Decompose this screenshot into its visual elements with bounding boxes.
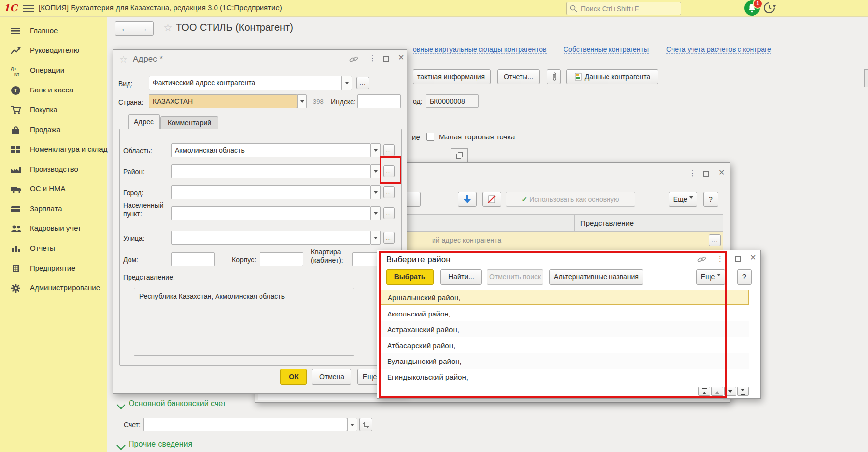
code-field[interactable]: БК0000008 (426, 94, 479, 108)
collapsed-panel-edge[interactable] (864, 69, 868, 87)
sidebar-item-zarplata[interactable]: Зарплата (0, 200, 107, 219)
reports-button[interactable]: Отчеты... (497, 69, 540, 84)
sidebar-item-administrirovanie[interactable]: Администрирование (0, 279, 107, 298)
link-settlement-accounts[interactable]: Счета учета расчетов с контраге (666, 45, 771, 54)
maximize-icon[interactable] (703, 171, 709, 177)
chevron-down-icon[interactable] (116, 400, 125, 409)
kind-dropdown-button[interactable] (342, 76, 352, 90)
sidebar-item-kadrovyj-uchet[interactable]: Кадровый учет (0, 220, 107, 238)
district-ellipsis-button[interactable]: ... (383, 165, 395, 177)
other-info-section-title[interactable]: Прочие сведения (129, 440, 192, 449)
scroll-down-button[interactable] (724, 387, 736, 396)
street-ellipsis-button[interactable]: ... (383, 232, 395, 244)
country-field[interactable]: КАЗАХСТАН (149, 94, 297, 108)
street-dropdown-button[interactable] (371, 231, 381, 245)
city-ellipsis-button[interactable]: ... (383, 186, 395, 198)
kind-ellipsis-button[interactable]: ... (356, 77, 369, 89)
row-ellipsis-button[interactable]: ... (709, 234, 721, 246)
alternative-names-button[interactable]: Альтернативные названия (549, 269, 643, 285)
global-search[interactable] (566, 2, 681, 15)
street-field[interactable] (171, 231, 371, 245)
list-item[interactable]: Атбасарский район, (379, 337, 749, 354)
district-help-button[interactable]: ? (737, 269, 752, 285)
district-field[interactable] (171, 164, 371, 178)
cancel-button[interactable]: Отмена (312, 369, 351, 385)
notifications-button[interactable]: 1 (744, 0, 760, 16)
sidebar-item-glavnoe[interactable]: Главное (0, 22, 107, 41)
list-item[interactable]: Астраханский район, (379, 321, 749, 338)
contact-help-button[interactable]: ? (703, 192, 718, 207)
region-field[interactable]: Акмолинская область (171, 143, 371, 157)
move-down-button[interactable] (458, 192, 477, 207)
close-icon[interactable]: ✕ (718, 169, 725, 177)
counterparty-data-button[interactable]: Данные контрагента (566, 69, 658, 84)
settlement-dropdown-button[interactable] (371, 206, 381, 220)
settlement-ellipsis-button[interactable]: ... (383, 207, 395, 219)
account-open-button[interactable] (359, 418, 372, 431)
sidebar-item-bank-i-kassa[interactable]: Т Банк и касса (0, 81, 107, 100)
sidebar-item-os-i-nma[interactable]: ОС и НМА (0, 180, 107, 199)
close-icon[interactable]: ✕ (750, 254, 756, 262)
favorite-star-icon[interactable]: ☆ (163, 22, 173, 34)
link-own-counterparties[interactable]: Собственные контрагенты (564, 45, 649, 54)
find-button[interactable]: Найти... (440, 269, 482, 285)
contact-info-button[interactable]: тактная информация (413, 69, 491, 84)
sidebar-item-rukovoditelyu[interactable]: Руководителю (0, 42, 107, 60)
ok-button[interactable]: ОК (280, 369, 307, 385)
city-field[interactable] (171, 185, 371, 199)
maximize-icon[interactable] (383, 56, 389, 62)
close-icon[interactable]: ✕ (398, 54, 404, 62)
window-menu-icon[interactable]: ⋮ (716, 254, 724, 263)
window-menu-icon[interactable]: ⋮ (369, 54, 376, 63)
attachments-button[interactable] (547, 69, 561, 84)
cancel-edit-button[interactable] (482, 192, 501, 207)
sidebar-item-pokupka[interactable]: Покупка (0, 101, 107, 120)
region-ellipsis-button[interactable]: ... (383, 144, 395, 156)
country-dropdown-button[interactable] (297, 94, 307, 108)
list-item[interactable]: Буландынский район, (379, 353, 749, 369)
cancel-search-button[interactable]: Отменить поиск (487, 269, 543, 285)
small-trade-point-checkbox[interactable] (426, 133, 434, 141)
list-item[interactable]: Аршалынский район, (379, 290, 749, 305)
tab-address[interactable]: Адрес (128, 114, 160, 129)
city-dropdown-button[interactable] (371, 185, 381, 199)
link-icon[interactable] (349, 55, 358, 64)
sidebar-item-otchety[interactable]: Отчеты (0, 239, 107, 258)
tab-comment[interactable]: Комментарий (160, 116, 218, 129)
link-icon[interactable] (697, 255, 706, 264)
region-dropdown-button[interactable] (371, 143, 381, 157)
select-button[interactable]: Выбрать (386, 269, 434, 285)
list-item[interactable]: Аккольский район, (379, 306, 749, 322)
contact-more-button[interactable]: Еще (669, 192, 697, 207)
district-more-button[interactable]: Еще (696, 269, 725, 285)
maximize-icon[interactable] (735, 256, 741, 262)
detached-tab[interactable] (451, 148, 468, 163)
forward-button[interactable]: → (134, 21, 154, 36)
sidebar-item-nomenklatura[interactable]: Номенклатура и склад (0, 140, 107, 159)
scroll-to-top-button[interactable] (698, 387, 710, 396)
back-button[interactable]: ← (115, 21, 134, 36)
main-menu-icon[interactable] (23, 3, 34, 14)
account-dropdown-button[interactable] (347, 418, 357, 431)
list-item[interactable]: Егиндыкольский район, (379, 369, 749, 385)
building-field[interactable] (260, 252, 303, 266)
history-icon[interactable] (763, 1, 776, 16)
window-menu-icon[interactable]: ⋮ (689, 169, 696, 178)
kind-field[interactable]: Фактический адрес контрагента (149, 76, 342, 90)
sidebar-item-operacii[interactable]: ДтКт Операции (0, 61, 107, 80)
scroll-up-button[interactable] (711, 387, 723, 396)
district-dropdown-button[interactable] (371, 164, 381, 178)
sidebar-item-prodazha[interactable]: Продажа (0, 121, 107, 139)
sidebar-item-predpriyatie[interactable]: Предприятие (0, 259, 107, 278)
chevron-down-icon[interactable] (116, 441, 125, 450)
account-field[interactable] (143, 418, 347, 431)
favorite-star-icon[interactable]: ☆ (119, 54, 128, 65)
use-as-primary-button[interactable]: ✓ Использовать как основную (506, 192, 635, 207)
index-field[interactable] (357, 94, 401, 108)
sidebar-item-proizvodstvo[interactable]: Производство (0, 160, 107, 179)
settlement-field[interactable] (171, 206, 371, 220)
link-virtual-warehouses[interactable]: овные виртуальные склады контрагентов (413, 45, 547, 54)
presentation-textarea[interactable]: Республика Казахстан, Акмолинская област… (134, 288, 354, 356)
scroll-to-bottom-button[interactable] (737, 387, 749, 396)
search-input[interactable] (580, 3, 678, 14)
